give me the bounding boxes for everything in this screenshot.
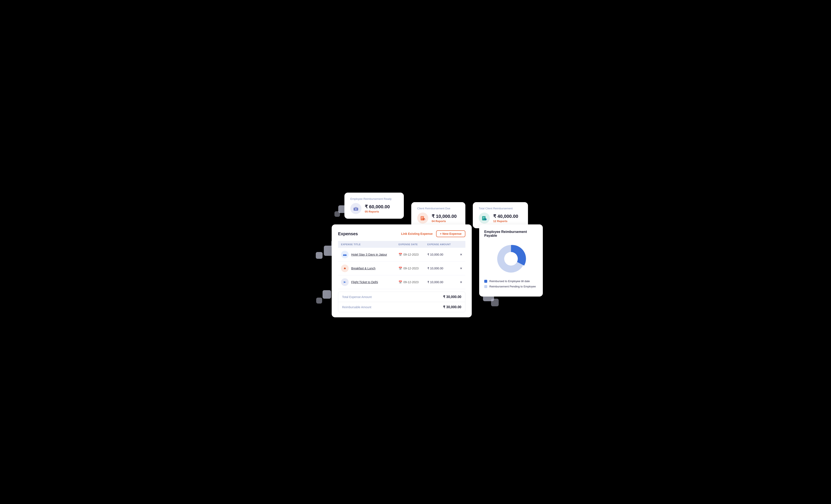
deco-square-5 <box>316 298 322 303</box>
legend-dot-light <box>484 285 487 288</box>
card1-reports: 05 Reports <box>365 210 390 213</box>
expense-title-cell: Flight Ticket to Delhi <box>338 275 396 289</box>
card3-amount: ₹ 40,000.00 <box>493 214 518 219</box>
deco-square-4 <box>322 290 331 299</box>
card2-reports: 04 Reports <box>432 219 457 223</box>
expense-amount-3: ₹ 10,000.00 <box>424 275 457 289</box>
total-expense-amount: ₹ 30,000.00 <box>443 295 461 299</box>
calendar-icon-2: 📅 <box>399 267 402 270</box>
reimbursable-row: Reimbursable Amount ₹ 30,000.00 <box>338 302 465 312</box>
expense-name-3[interactable]: Flight Ticket to Delhi <box>351 280 378 284</box>
expense-date-cell-3: 📅 09-12-2023 <box>396 275 424 289</box>
totals-section: Total Expense Amount ₹ 30,000.00 Reimbur… <box>338 292 465 312</box>
hotel-icon <box>341 251 349 258</box>
svg-rect-5 <box>421 217 423 217</box>
svg-rect-11 <box>483 218 484 218</box>
expenses-header: Expenses Link Existing Expense + New Exp… <box>338 230 465 237</box>
expense-amount-1: ₹ 10,000.00 <box>424 248 457 262</box>
expense-date-cell-1: 📅 09-12-2023 <box>396 248 424 262</box>
card3-reports: 12 Reports <box>493 219 518 223</box>
expense-amount-2: ₹ 10,000.00 <box>424 262 457 275</box>
table-row: Hotel Stay 3 Days in Jaipur 📅 09-12-2023… <box>338 248 465 262</box>
remove-expense-3[interactable]: ✕ <box>457 275 465 289</box>
svg-rect-10 <box>483 217 485 217</box>
deco-square-9 <box>335 211 340 217</box>
remove-expense-1[interactable]: ✕ <box>457 248 465 262</box>
col-header-action <box>457 241 465 248</box>
total-expense-row: Total Expense Amount ₹ 30,000.00 <box>338 292 465 302</box>
card3-title: Total Client Reimbursement <box>479 207 522 210</box>
card2-icon: ⏰ <box>417 212 428 224</box>
svg-rect-3 <box>355 209 356 209</box>
svg-text:👤: 👤 <box>485 219 487 220</box>
table-row: Flight Ticket to Delhi 📅 09-12-2023 ₹ 10… <box>338 275 465 289</box>
legend-label-1: Reimbursed to Employee till date <box>489 279 530 283</box>
chart-legend: Reimbursed to Employee till date Reimbur… <box>484 279 538 288</box>
card3-icon: 👤 <box>479 212 490 224</box>
svg-rect-6 <box>421 218 423 218</box>
svg-rect-22 <box>344 269 346 269</box>
reimbursable-amount: ₹ 30,000.00 <box>443 305 461 309</box>
svg-point-24 <box>504 252 518 266</box>
expenses-panel: Expenses Link Existing Expense + New Exp… <box>332 225 472 317</box>
chart-title: Employee Reimbursement Payable <box>484 230 538 238</box>
flight-icon <box>341 278 349 286</box>
total-expense-label: Total Expense Amount <box>342 295 372 299</box>
reimbursable-label: Reimbursable Amount <box>342 305 371 309</box>
col-header-title: EXPENSE TITLE <box>338 241 396 248</box>
card2-title: Client Reimbursement Due <box>417 207 459 210</box>
calendar-icon-3: 📅 <box>399 280 402 284</box>
link-expense-btn[interactable]: Link Existing Expense <box>401 232 433 235</box>
expense-table: EXPENSE TITLE EXPENSE DATE EXPENSE AMOUN… <box>338 241 465 289</box>
expenses-actions: Link Existing Expense + New Expense <box>401 230 465 237</box>
table-row: Breakfast & Lunch 📅 09-12-2023 ₹ 10,000.… <box>338 262 465 275</box>
legend-label-2: Reimbursement Pending to Employee <box>489 285 536 288</box>
svg-rect-21 <box>344 267 345 268</box>
pie-chart <box>484 242 538 276</box>
legend-item-2: Reimbursement Pending to Employee <box>484 285 538 288</box>
chart-panel: Employee Reimbursement Payable Reimburse… <box>479 225 543 297</box>
card1-icon <box>350 203 362 214</box>
expense-name-2[interactable]: Breakfast & Lunch <box>351 267 375 270</box>
expense-title-cell: Breakfast & Lunch <box>338 262 396 275</box>
deco-square-2 <box>316 252 322 259</box>
expense-name-1[interactable]: Hotel Stay 3 Days in Jaipur <box>351 253 387 256</box>
card1-title: Employee Reimbursement Ready <box>350 197 398 201</box>
svg-text:⏰: ⏰ <box>424 219 426 220</box>
food-icon <box>341 265 349 272</box>
legend-dot-blue <box>484 280 487 283</box>
new-expense-button[interactable]: + New Expense <box>436 230 465 237</box>
legend-item-1: Reimbursed to Employee till date <box>484 279 538 283</box>
card2-amount: ₹ 10,000.00 <box>432 214 457 219</box>
table-header-row: EXPENSE TITLE EXPENSE DATE EXPENSE AMOUN… <box>338 241 465 248</box>
deco-square-7 <box>491 299 499 306</box>
col-header-date: EXPENSE DATE <box>396 241 424 248</box>
remove-expense-2[interactable]: ✕ <box>457 262 465 275</box>
card1-amount: ₹ 60,000.00 <box>365 204 390 210</box>
expense-title-cell: Hotel Stay 3 Days in Jaipur <box>338 248 396 262</box>
scene: Employee Reimbursement Ready ₹ 60,000.00… <box>312 186 519 318</box>
expenses-title: Expenses <box>338 231 358 236</box>
svg-rect-18 <box>343 256 347 256</box>
col-header-amount: EXPENSE AMOUNT <box>424 241 457 248</box>
svg-rect-1 <box>355 207 357 208</box>
card-employee-reimbursement: Employee Reimbursement Ready ₹ 60,000.00… <box>344 192 404 219</box>
calendar-icon-1: 📅 <box>399 253 402 256</box>
expense-date-cell-2: 📅 09-12-2023 <box>396 262 424 275</box>
